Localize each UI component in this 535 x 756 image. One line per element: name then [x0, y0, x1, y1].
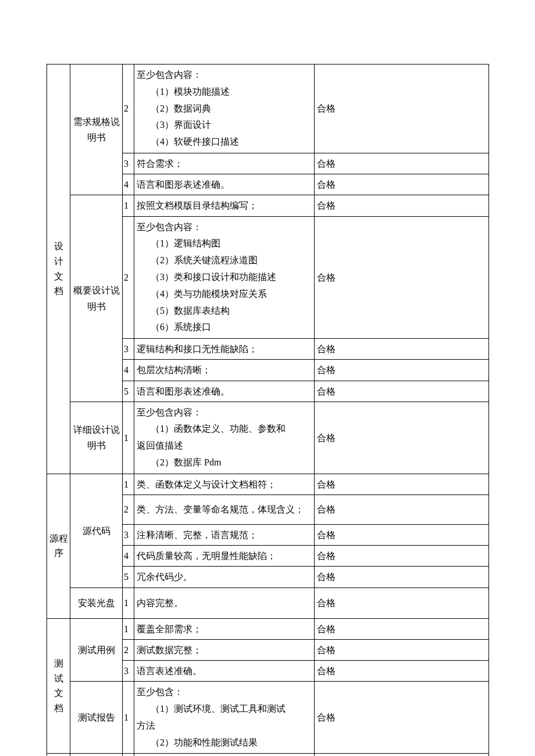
num-cell: 2	[123, 65, 134, 153]
num-cell: 3	[123, 339, 134, 360]
category-cell: 源程序	[47, 474, 70, 618]
desc-cell: 至少包含内容： （1）模块功能描述 （2）数据词典 （3）界面设计 （4）软硬件…	[134, 65, 315, 153]
status-cell: 合格	[315, 402, 489, 474]
table-row: 设计文档 需求规格说明书 2 至少包含内容： （1）模块功能描述 （2）数据词典…	[47, 65, 489, 153]
category-cell: 测试文档	[47, 618, 70, 754]
desc-cell: 类、方法、变量等命名规范，体现含义；	[134, 495, 315, 525]
status-cell: 合格	[315, 153, 489, 174]
category-cell: 设计文档	[47, 65, 70, 474]
num-cell: 1	[123, 587, 134, 618]
status-cell: 合格	[315, 360, 489, 381]
desc-cell: 符合需求；	[134, 153, 315, 174]
doc-cell: 测试报告	[70, 682, 123, 754]
desc-cell: 按照文档模版目录结构编写；	[134, 754, 315, 756]
doc-cell: 安装光盘	[70, 587, 123, 618]
num-cell: 2	[123, 495, 134, 525]
status-cell: 合格	[315, 474, 489, 495]
num-cell: 2	[123, 639, 134, 660]
category-cell	[47, 754, 70, 756]
doc-cell: 测试用例	[70, 618, 123, 682]
status-cell: 合格	[315, 682, 489, 754]
table-row: 安装光盘 1 内容完整。 合格	[47, 587, 489, 618]
num-cell: 2	[123, 216, 134, 339]
status-cell: 合格	[315, 65, 489, 153]
desc-cell: 按照文档模版目录结构编写；	[134, 195, 315, 216]
status-cell: 合格	[315, 339, 489, 360]
num-cell: 1	[123, 195, 134, 216]
desc-cell: 包层次结构清晰；	[134, 360, 315, 381]
doc-cell: 概要设计说明书	[70, 195, 123, 402]
doc-cell: 源代码	[70, 474, 123, 587]
num-cell: 3	[123, 525, 134, 546]
num-cell: 4	[123, 174, 134, 195]
category-label: 设计文档	[53, 239, 64, 298]
category-label: 测试文档	[53, 656, 64, 715]
desc-cell: 语言和图形表述准确。	[134, 174, 315, 195]
status-cell: 合格	[315, 546, 489, 567]
status-cell: 合格	[315, 754, 489, 756]
status-cell: 合格	[315, 567, 489, 587]
desc-cell: 代码质量较高，无明显性能缺陷；	[134, 546, 315, 567]
num-cell: 4	[123, 546, 134, 567]
table-row: 测试报告 1 至少包含： （1）测试环境、测试工具和测试 方法 （2）功能和性能…	[47, 682, 489, 754]
status-cell: 合格	[315, 495, 489, 525]
desc-cell: 测试数据完整；	[134, 639, 315, 660]
status-cell: 合格	[315, 174, 489, 195]
num-cell: 5	[123, 567, 134, 587]
category-label: 源程序	[49, 531, 68, 561]
status-cell: 合格	[315, 661, 489, 682]
doc-cell	[70, 754, 123, 756]
desc-cell: 注释清晰、完整，语言规范；	[134, 525, 315, 546]
desc-cell: 内容完整。	[134, 587, 315, 618]
status-cell: 合格	[315, 639, 489, 660]
num-cell: 1	[123, 754, 134, 756]
status-cell: 合格	[315, 587, 489, 618]
num-cell: 1	[123, 682, 134, 754]
status-cell: 合格	[315, 525, 489, 546]
table-row: 概要设计说明书 1 按照文档模版目录结构编写； 合格	[47, 195, 489, 216]
status-cell: 合格	[315, 618, 489, 639]
desc-cell: 类、函数体定义与设计文档相符；	[134, 474, 315, 495]
table-row: 详细设计说明书 1 至少包含内容： （1）函数体定义、功能、参数和 返回值描述 …	[47, 402, 489, 474]
desc-cell: 至少包含： （1）测试环境、测试工具和测试 方法 （2）功能和性能测试结果	[134, 682, 315, 754]
num-cell: 3	[123, 661, 134, 682]
desc-cell: 冗余代码少。	[134, 567, 315, 587]
desc-cell: 覆盖全部需求；	[134, 618, 315, 639]
status-cell: 合格	[315, 216, 489, 339]
desc-cell: 至少包含内容： （1）逻辑结构图 （2）系统关键流程泳道图 （3）类和接口设计和…	[134, 216, 315, 339]
num-cell: 3	[123, 153, 134, 174]
evaluation-table: 设计文档 需求规格说明书 2 至少包含内容： （1）模块功能描述 （2）数据词典…	[47, 64, 489, 756]
status-cell: 合格	[315, 195, 489, 216]
desc-cell: 至少包含内容： （1）函数体定义、功能、参数和 返回值描述 （2）数据库 Pdm	[134, 402, 315, 474]
status-cell: 合格	[315, 381, 489, 402]
desc-cell: 语言表述准确。	[134, 661, 315, 682]
table-row: 1 按照文档模版目录结构编写； 合格	[47, 754, 489, 756]
table-row: 测试文档 测试用例 1 覆盖全部需求； 合格	[47, 618, 489, 639]
desc-cell: 逻辑结构和接口无性能缺陷；	[134, 339, 315, 360]
num-cell: 1	[123, 402, 134, 474]
desc-cell: 语言和图形表述准确。	[134, 381, 315, 402]
doc-cell: 需求规格说明书	[70, 65, 123, 195]
table-row: 源程序 源代码 1 类、函数体定义与设计文档相符； 合格	[47, 474, 489, 495]
num-cell: 4	[123, 360, 134, 381]
doc-cell: 详细设计说明书	[70, 402, 123, 474]
num-cell: 1	[123, 618, 134, 639]
num-cell: 1	[123, 474, 134, 495]
num-cell: 5	[123, 381, 134, 402]
